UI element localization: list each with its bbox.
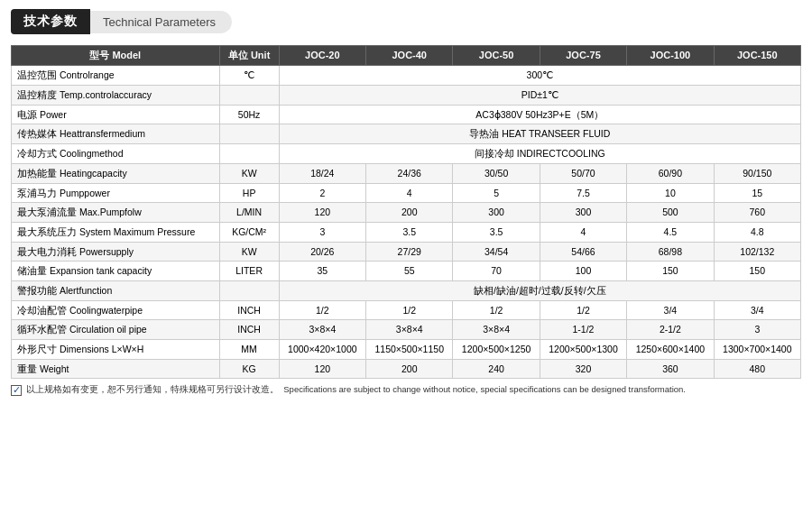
row-unit: 50Hz [219,105,279,124]
col-header-joc50: JOC-50 [453,46,540,66]
row-value: 1200×500×1250 [453,340,540,360]
row-value: 760 [714,203,800,223]
row-value: 54/66 [540,242,626,262]
table-row: 温控精度 Temp.controlaccuracyPID±1℃ [12,86,801,106]
table-row: 电源 Power50HzAC3ϕ380V 50Hz3P+E（5M） [12,105,801,124]
row-value: 240 [453,359,540,379]
row-value: 1/2 [279,300,365,320]
row-label: 加热能量 Heatingcapacity [12,163,220,183]
row-value: 4 [366,183,453,203]
row-unit [219,86,279,106]
row-value-spanned: 300℃ [279,66,800,86]
table-row: 冷却油配管 CoolingwaterpipeINCH1/21/21/21/23/… [12,300,801,320]
header: 技术参数 Technical Parameters [11,9,801,34]
page-container: 技术参数 Technical Parameters 型号 Model 单位 Un… [0,0,812,505]
table-row: 加热能量 HeatingcapacityKW18/2424/3630/5050/… [12,163,801,183]
row-unit: MM [219,340,279,360]
row-value: 1/2 [366,300,453,320]
table-row: 外形尺寸 Dimensions L×W×HMM1000×420×10001150… [12,340,801,360]
footer-text-en: Specifications are subject to change wit… [283,384,686,394]
table-row: 冷却方式 Coolingmethod间接冷却 INDIRECTCOOLING [12,144,801,164]
row-unit: ℃ [219,66,279,86]
row-value: 15 [714,183,800,203]
row-value: 3.5 [453,222,540,242]
row-value: 3×8×4 [453,320,540,340]
table-header-row: 型号 Model 单位 Unit JOC-20 JOC-40 JOC-50 JO… [12,46,801,66]
params-table: 型号 Model 单位 Unit JOC-20 JOC-40 JOC-50 JO… [11,45,801,379]
row-value: 3/4 [714,300,800,320]
row-value: 100 [540,262,626,281]
col-header-joc20: JOC-20 [279,46,365,66]
table-row: 储油量 Expansion tank capacityLITER35557010… [12,262,801,281]
row-value: 1/2 [540,300,626,320]
row-value: 4 [540,222,626,242]
row-value: 4.5 [627,222,714,242]
row-unit: L/MIN [219,203,279,223]
row-label: 重量 Weight [12,359,220,379]
row-value: 10 [627,183,714,203]
row-label: 外形尺寸 Dimensions L×W×H [12,340,220,360]
row-value: 1300×700×1400 [714,340,800,360]
row-value: 5 [453,183,540,203]
col-header-joc75: JOC-75 [540,46,626,66]
row-value-spanned: 导热油 HEAT TRANSEER FLUID [279,124,800,144]
row-label: 最大泵浦流量 Max.Pumpfolw [12,203,220,223]
row-value: 7.5 [540,183,626,203]
header-title: Technical Parameters [90,11,232,33]
footer-note: 以上规格如有变更，恕不另行通知，特殊规格可另行设计改造。 Specificati… [11,384,801,396]
row-value: 3.5 [366,222,453,242]
row-value: 68/98 [627,242,714,262]
row-label: 电源 Power [12,105,220,124]
row-unit [219,280,279,300]
row-value: 24/36 [366,163,453,183]
row-value: 150 [714,262,800,281]
table-row: 最大系统压力 System Maximum PressureKG/CM²33.5… [12,222,801,242]
row-value: 320 [540,359,626,379]
table-row: 温控范围 Controlrange℃300℃ [12,66,801,86]
row-value-spanned: PID±1℃ [279,86,800,106]
table-row: 循环水配管 Circulation oil pipeINCH3×8×43×8×4… [12,320,801,340]
table-row: 最大泵浦流量 Max.PumpfolwL/MIN1202003003005007… [12,203,801,223]
row-value: 20/26 [279,242,365,262]
row-value-spanned: AC3ϕ380V 50Hz3P+E（5M） [279,105,800,124]
row-value: 300 [540,203,626,223]
row-value-spanned: 缺相/缺油/超时/过载/反转/欠压 [279,280,800,300]
row-label: 循环水配管 Circulation oil pipe [12,320,220,340]
row-value: 55 [366,262,453,281]
row-label: 冷却方式 Coolingmethod [12,144,220,164]
row-value: 1000×420×1000 [279,340,365,360]
row-value: 200 [366,203,453,223]
row-value: 35 [279,262,365,281]
row-value: 1/2 [453,300,540,320]
row-value: 27/29 [366,242,453,262]
row-label: 警报功能 Alertfunction [12,280,220,300]
row-unit [219,144,279,164]
table-row: 最大电力消耗 PowersupplyKW20/2627/2934/5454/66… [12,242,801,262]
col-header-joc150: JOC-150 [714,46,800,66]
row-value: 1-1/2 [540,320,626,340]
row-unit: KG [219,359,279,379]
row-value: 360 [627,359,714,379]
row-value: 2-1/2 [627,320,714,340]
col-header-model: 型号 Model [12,46,220,66]
row-value: 480 [714,359,800,379]
row-unit: INCH [219,300,279,320]
row-label: 储油量 Expansion tank capacity [12,262,220,281]
row-value: 3×8×4 [279,320,365,340]
row-value: 3 [714,320,800,340]
row-unit [219,124,279,144]
row-value: 1250×600×1400 [627,340,714,360]
row-value: 2 [279,183,365,203]
row-value: 3×8×4 [366,320,453,340]
row-value: 18/24 [279,163,365,183]
row-value: 60/90 [627,163,714,183]
col-header-unit: 单位 Unit [219,46,279,66]
row-unit: INCH [219,320,279,340]
table-row: 传热媒体 Heattransfermedium导热油 HEAT TRANSEER… [12,124,801,144]
row-label: 冷却油配管 Coolingwaterpipe [12,300,220,320]
row-label: 最大电力消耗 Powersupply [12,242,220,262]
footer-checkbox-icon [11,385,22,396]
row-value: 34/54 [453,242,540,262]
row-value: 120 [279,203,365,223]
row-label: 温控范围 Controlrange [12,66,220,86]
